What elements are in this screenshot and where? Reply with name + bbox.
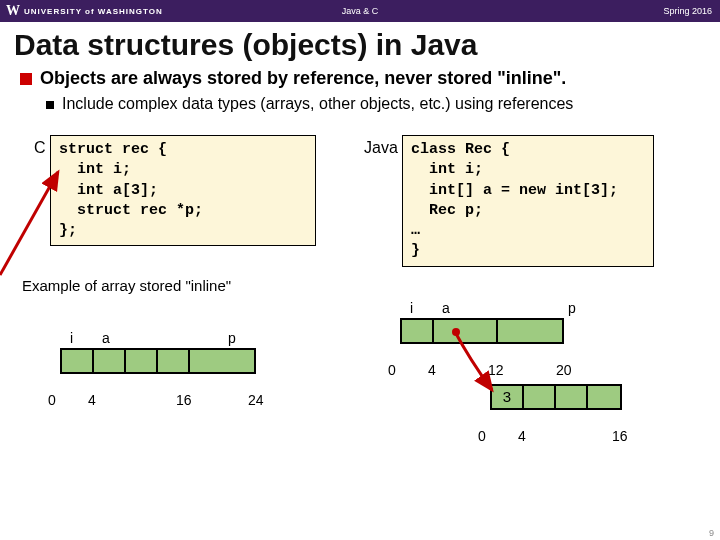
example-label: Example of array stored "inline" bbox=[0, 271, 720, 300]
c-code-col: C struct rec { int i; int a[3]; struct r… bbox=[36, 135, 316, 267]
java-code-box: class Rec { int i; int[] a = new int[3];… bbox=[402, 135, 654, 267]
java-label: Java bbox=[364, 139, 398, 157]
java-memory-row: i a p 0 4 12 20 bbox=[400, 318, 564, 344]
c-label: C bbox=[34, 139, 46, 157]
cell-a2 bbox=[588, 386, 620, 408]
java-mem-cells bbox=[400, 318, 564, 344]
c-memory-row: i a p 0 4 16 24 bbox=[60, 348, 256, 374]
logo-text: UNIVERSITY of WASHINGTON bbox=[24, 7, 163, 16]
cell-a0 bbox=[524, 386, 556, 408]
page-number: 9 bbox=[709, 528, 714, 538]
memory-diagrams: i a p 0 4 16 24 i a p bbox=[0, 300, 720, 450]
cell-p bbox=[190, 350, 254, 372]
cell-a1 bbox=[126, 350, 158, 372]
array-cells: 3 bbox=[490, 384, 622, 410]
slide-title: Data structures (objects) in Java bbox=[0, 22, 720, 64]
logo-w-icon: W bbox=[6, 3, 20, 19]
c-mem-cells bbox=[60, 348, 256, 374]
cell-a0 bbox=[94, 350, 126, 372]
cell-a-ref bbox=[434, 320, 498, 342]
header-term: Spring 2016 bbox=[663, 6, 720, 16]
cell-i bbox=[62, 350, 94, 372]
bullet-2: Include complex data types (arrays, othe… bbox=[46, 95, 700, 113]
cell-i bbox=[402, 320, 434, 342]
header-course: Java & C bbox=[342, 6, 379, 16]
bullet-1: Objects are always stored by reference, … bbox=[20, 68, 700, 89]
slide-header: W UNIVERSITY of WASHINGTON Java & C Spri… bbox=[0, 0, 720, 22]
code-section: C struct rec { int i; int a[3]; struct r… bbox=[0, 117, 720, 271]
java-code-col: Java class Rec { int i; int[] a = new in… bbox=[374, 135, 654, 267]
cell-p-ref bbox=[498, 320, 562, 342]
c-code-box: struct rec { int i; int a[3]; struct rec… bbox=[50, 135, 316, 246]
dot-icon bbox=[452, 328, 460, 336]
uw-logo: W UNIVERSITY of WASHINGTON bbox=[0, 3, 163, 19]
bullet-list: Objects are always stored by reference, … bbox=[0, 64, 720, 117]
square-bullet-icon bbox=[20, 73, 32, 85]
square-bullet-icon bbox=[46, 101, 54, 109]
cell-a1 bbox=[556, 386, 588, 408]
array-object-row: 3 0 4 16 bbox=[490, 384, 622, 410]
cell-a2 bbox=[158, 350, 190, 372]
cell-len: 3 bbox=[492, 386, 524, 408]
